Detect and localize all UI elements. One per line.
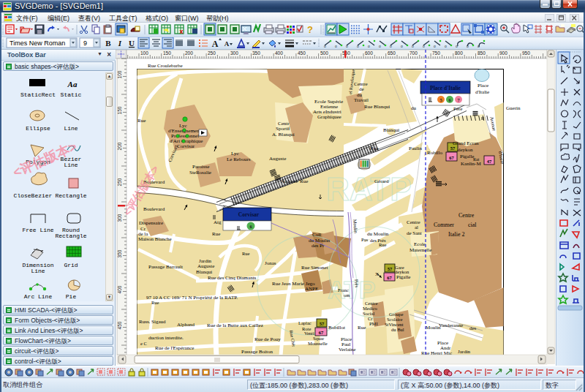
svg-text:deykon: deykon [395,269,410,274]
svg-text:100: 100 [140,50,148,56]
svg-text:Boulevard: Boulevard [143,179,165,185]
svg-text:o: o [346,44,348,48]
svg-text:Maison Blanche: Maison Blanche [138,236,172,242]
svg-text:Gérard: Gérard [374,178,389,184]
svg-text:o: o [357,44,359,48]
svg-text:SteRosalie: SteRosalie [189,170,211,176]
svg-text:850: 850 [478,50,486,56]
svg-text:Rue de la Butte aux Caillez: Rue de la Butte aux Caillez [207,323,263,328]
svg-text:X: X [375,271,379,277]
svg-text:du Moulin: du Moulin [367,231,389,237]
svg-text:47: 47 [487,159,492,164]
svg-text:Rue: Rue [358,325,366,331]
svg-text:ANPE: ANPE [305,286,318,292]
svg-text:150: 150 [163,50,171,56]
svg-text:StVincent: StVincent [385,322,404,327]
svg-text:A: A [212,39,219,49]
svg-text:Jonas: Jonas [265,260,276,266]
svg-text:400: 400 [275,50,283,56]
svg-text:Aa: Aa [67,80,78,88]
svg-text:250: 250 [117,178,122,186]
svg-text:B: B [105,39,111,48]
svg-text:o: o [467,44,469,48]
svg-text:Rue de Pouy: Rue de Pouy [254,336,281,342]
svg-text:Russ. Sigaud: Russ. Sigaud [139,319,166,325]
svg-text:Blanqui: Blanqui [374,104,390,110]
svg-text:Rue: Rue [151,300,159,305]
svg-text:350: 350 [117,249,122,257]
svg-text:650: 650 [388,50,396,56]
svg-text:Atg: Atg [214,219,222,225]
svg-text:Robillo: Robillo [427,150,443,156]
svg-text:Rue des Cinq Diamants: Rue des Cinq Diamants [208,275,257,281]
svg-text:o: o [335,44,337,48]
svg-text:o: o [412,44,414,48]
svg-text:Groupe: Groupe [389,312,404,317]
svg-text:500: 500 [320,50,328,56]
svg-text:Rue: Rue [379,242,387,247]
svg-text:Rue: Rue [300,178,308,184]
svg-text:d'Italie: d'Italie [475,89,489,95]
svg-text:Place: Place [478,83,488,88]
svg-text:Laplac: Laplac [298,320,312,325]
svg-text:duction interdite.: duction interdite. [148,335,184,341]
svg-text:o: o [478,44,480,48]
svg-text:RATP: RATP [326,171,412,207]
svg-text:67: 67 [449,155,454,160]
svg-text:Mousselle: Mousselle [308,341,328,346]
svg-text:o: o [423,44,425,48]
svg-text:des Pr: des Pr [312,243,325,249]
svg-text:97 10 A CC 169/ 71 N Prop: 97 10 A CC 169/ 71 N Propriété de la RAT… [146,295,238,301]
svg-text:Rue: Rue [212,231,220,237]
svg-text:57: 57 [388,266,393,271]
svg-text:al: al [415,225,418,230]
svg-text:950: 950 [522,50,530,56]
svg-text:67: 67 [387,275,392,280]
svg-text:Times New Roman: Times New Roman [10,39,65,47]
svg-text:Paulin: Paulin [409,146,422,151]
svg-text:Rue: Rue [364,104,372,110]
svg-text:Maternelle: Maternelle [410,247,431,253]
svg-text:A: A [224,40,230,48]
svg-text:Rue de l'Espérance: Rue de l'Espérance [155,345,194,351]
svg-text:67: 67 [319,330,324,335]
svg-text:Le Rebours: Le Rebours [227,157,251,162]
svg-text:Vanderanne: Vanderanne [439,323,463,328]
svg-text:I: I [118,39,122,48]
svg-text:900: 900 [499,50,507,56]
svg-text:Alphand: Alphand [177,322,195,328]
svg-text:Scolaire: Scolaire [387,317,402,322]
svg-text:Sportif: Sportif [276,126,290,132]
svg-text:Centre: Centre [365,301,377,306]
svg-text:Rue: Rue [137,118,146,124]
svg-text:PMI: PMI [369,321,378,326]
svg-text:700: 700 [410,50,418,56]
svg-text:Travail: Travail [354,97,369,103]
svg-text:o: o [368,44,370,48]
svg-text:Blanqui: Blanqui [383,127,399,133]
svg-text:du Bul: du Bul [391,327,404,332]
svg-text:Squar: Squar [313,336,325,341]
svg-text:Guerin: Guerin [506,105,521,111]
svg-text:57: 57 [320,321,325,326]
svg-text:deykon: deykon [458,147,473,153]
svg-text:450: 450 [117,321,122,329]
svg-text:x: x [179,28,183,35]
svg-text:Venti: Venti [304,331,314,336]
svg-text:550: 550 [342,50,350,56]
svg-text:Jardin: Jardin [458,349,471,355]
svg-text:250: 250 [208,50,216,56]
svg-text:450: 450 [298,50,306,56]
svg-text:200: 200 [117,142,122,150]
svg-text:600: 600 [365,50,373,56]
svg-text:Rue: Rue [370,146,378,151]
svg-text:Social: Social [363,311,374,316]
svg-text:de Sant: de Sant [407,230,422,236]
svg-text:Passage Boiton: Passage Boiton [241,349,273,355]
svg-text:Corvisar: Corvisar [238,211,260,218]
svg-text:o: o [324,44,326,48]
svg-text:Kanlin-M: Kanlin-M [461,161,481,167]
svg-text:Italie 2: Italie 2 [448,231,464,238]
svg-text:Verlaine: Verlaine [339,347,355,353]
svg-text:Auguste: Auguste [281,178,298,184]
